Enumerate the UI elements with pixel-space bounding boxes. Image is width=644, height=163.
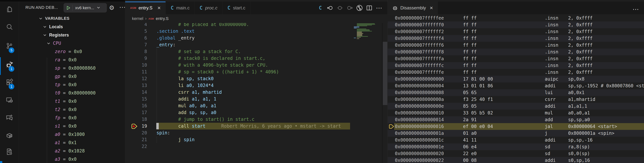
activity-item-search[interactable] (0, 20, 19, 34)
disassembly-view[interactable]: 0x000000007fffffeeff ff.insn2, 0xffff0x0… (388, 0, 644, 163)
code-line-6[interactable]: 6.global _entry (125, 35, 388, 42)
disassembly-more-actions-icon[interactable]: ⋯ (632, 6, 639, 12)
disassembly-row[interactable]: 0x000000008000001e06 e4sdra,8(sp) (388, 144, 644, 150)
code-line-14[interactable]: 14 csrr a1, mhartid (125, 89, 388, 96)
cpp-tools-icon (6, 148, 13, 156)
play-icon[interactable] (66, 5, 71, 10)
disassembly-row[interactable]: 0x000000008000000017 81 00 00auipcsp,0x8 (388, 76, 644, 82)
code-line-16[interactable]: 16 mul a0, a0, a1 (125, 102, 388, 109)
code-line-7[interactable]: 7_entry: (125, 42, 388, 48)
code-line-5[interactable]: 5.section .text (125, 28, 388, 35)
instruction-operands: 2, 0xffff (568, 35, 592, 42)
instruction-mnemonic: .insn (545, 22, 558, 28)
disassembly-row[interactable]: 0x000000008000002200 08addis0,sp,16 (388, 157, 644, 163)
line-content: mul a0, a0, a1 (156, 102, 216, 109)
code-line-22[interactable]: 22 (125, 143, 388, 150)
line-number[interactable]: 18 (136, 116, 147, 123)
instruction-bytes: 13 01 01 86 (463, 82, 493, 89)
activity-item-explorer[interactable] (0, 3, 19, 16)
activity-item-extensions[interactable]: 1 (0, 76, 19, 89)
line-number[interactable]: 5 (136, 28, 147, 35)
disassembly-row[interactable]: 0x000000008000000805 65luia0,0x1 (388, 89, 644, 96)
disassembly-row[interactable]: 0x000000008000000413 01 01 86addisp,sp,-… (388, 82, 644, 89)
instruction-mnemonic: .insn (545, 55, 558, 62)
chevron-down-icon[interactable] (96, 6, 100, 10)
code-line-19[interactable]: 19 call startRobert Morris, 6 years ago … (125, 123, 388, 130)
editor-scrollbar[interactable] (383, 42, 387, 105)
disassembly-row[interactable]: 0x000000007ffffffeff ff.insn2, 0xffff (388, 69, 644, 76)
debug-settings-gear-icon[interactable]: ⚙ (109, 4, 114, 11)
line-number[interactable]: 16 (136, 102, 147, 109)
line-number[interactable]: 21 (136, 136, 147, 143)
instruction-bytes: 85 05 (463, 103, 476, 110)
code-line-12[interactable]: 12 la sp, stack0 (125, 75, 388, 82)
activity-item-cpp-tools[interactable] (0, 145, 19, 158)
line-number[interactable]: 10 (136, 62, 147, 68)
disassembly-row[interactable]: 0x000000007ffffff2ff ff.insn2, 0xffff (388, 28, 644, 35)
activity-item-containers[interactable] (0, 129, 19, 142)
disassembly-row[interactable]: 0x000000008000001033 05 b5 02mula0,a0,a1 (388, 110, 644, 116)
instruction-operands: 2, 0xffff (568, 69, 592, 76)
disassembly-row[interactable]: 0x000000008000001a01 a0j0x8000001a <spin… (388, 130, 644, 137)
sidebar-more-actions-icon[interactable]: ⋯ (119, 4, 126, 11)
line-number[interactable]: 13 (136, 82, 147, 89)
line-number[interactable]: 11 (136, 68, 147, 75)
disassembly-row[interactable]: 0x000000008000000e85 05addia1,a1,1 (388, 103, 644, 110)
line-number[interactable]: 12 (136, 75, 147, 82)
code-line-20[interactable]: 20spin: (125, 130, 388, 136)
minimap[interactable] (352, 14, 383, 163)
line-number[interactable]: 14 (136, 89, 147, 96)
disassembly-row[interactable]: 0x000000007ffffff6ff ff.insn2, 0xffff (388, 42, 644, 48)
activity-item-chat[interactable] (0, 111, 19, 124)
code-line-8[interactable]: 8 # set up a stack for C. (125, 48, 388, 55)
disassembly-row[interactable]: 0x000000007ffffff8ff ff.insn2, 0xffff (388, 48, 644, 55)
disassembly-row[interactable]: 0x0000000080000016ef 00 e0 04jal0x800000… (388, 123, 644, 130)
line-number[interactable]: 7 (136, 42, 147, 48)
instruction-address: 0x0000000080000022 (395, 157, 444, 163)
tab-disassembly[interactable]: Disassembly × (388, 2, 438, 14)
code-line-9[interactable]: 9 # stack0 is declared in start.c, (125, 55, 388, 62)
minimap-line (354, 27, 359, 28)
line-number[interactable]: 15 (136, 96, 147, 102)
disassembly-row[interactable]: 0x000000008000000af3 25 40 f1csrra1,mhar… (388, 96, 644, 103)
code-line-11[interactable]: 11 # sp = stack0 + ((hartid + 1) * 4096) (125, 68, 388, 75)
launch-config-select[interactable]: xv6 kern... (75, 6, 94, 10)
minimap-line (357, 25, 372, 26)
code-line-21[interactable]: 21 j spin (125, 136, 388, 143)
line-number[interactable]: 8 (136, 48, 147, 55)
line-number[interactable]: 17 (136, 109, 147, 116)
disassembly-row[interactable]: 0x000000007ffffffcff ff.insn2, 0xffff (388, 62, 644, 69)
activity-item-remote-explorer[interactable] (0, 93, 19, 107)
activity-item-run-and-debug[interactable]: 1 (0, 58, 19, 71)
instruction-bytes: 01 a0 (463, 130, 476, 137)
disassembly-row[interactable]: 0x000000008000001c41 11addisp,sp,-16 (388, 137, 644, 144)
instruction-address: 0x0000000080000000 (395, 76, 444, 82)
disassembly-tab-bar: Disassembly × ⋯ (388, 2, 644, 14)
instruction-mnemonic: .insn (545, 35, 558, 42)
line-number[interactable]: 20 (136, 130, 147, 136)
disassembly-row[interactable]: 0x000000007fffffeeff ff.insn2, 0xffff (388, 15, 644, 22)
line-number[interactable]: 22 (136, 143, 147, 150)
breakpoint-current-arrow-icon[interactable] (131, 124, 138, 129)
disassembly-row[interactable]: 0x000000007ffffff4ff ff.insn2, 0xffff (388, 35, 644, 42)
line-number[interactable]: 6 (136, 35, 147, 42)
breadcrumb-folder[interactable]: kernel (132, 16, 143, 21)
activity-item-source-control[interactable]: 5 (0, 39, 19, 53)
disassembly-row[interactable]: 0x000000008000002022 e0sds0,0(sp) (388, 150, 644, 157)
code-line-17[interactable]: 17 add sp, sp, a0 (125, 109, 388, 116)
instruction-operands: 2, 0xffff (568, 15, 592, 22)
code-line-10[interactable]: 10 # with a 4096-byte stack per CPU. (125, 62, 388, 68)
code-editor[interactable]: 4 # be placed at 0x80000000.5.section .t… (125, 0, 388, 163)
code-line-15[interactable]: 15 addi a1, a1, 1 (125, 96, 388, 102)
disassembly-row[interactable]: 0x00000000800000142a 91addsp,sp,a0 (388, 116, 644, 123)
start-debugging-button[interactable]: xv6 kern... (64, 3, 107, 12)
instruction-address: 0x0000000080000010 (395, 110, 444, 116)
breadcrumb[interactable]: kernel › ASM entry.S (125, 14, 388, 23)
close-icon[interactable]: × (430, 5, 433, 11)
disassembly-row[interactable]: 0x000000007ffffff0ff ff.insn2, 0xffff (388, 22, 644, 28)
line-number[interactable]: 9 (136, 55, 147, 62)
code-line-13[interactable]: 13 li a0, 1024*4 (125, 82, 388, 89)
code-line-18[interactable]: 18 # jump to start() in start.c (125, 116, 388, 123)
disassembly-row[interactable]: 0x000000007ffffffaff ff.insn2, 0xffff (388, 55, 644, 62)
breadcrumb-file[interactable]: entry.S (156, 16, 168, 21)
